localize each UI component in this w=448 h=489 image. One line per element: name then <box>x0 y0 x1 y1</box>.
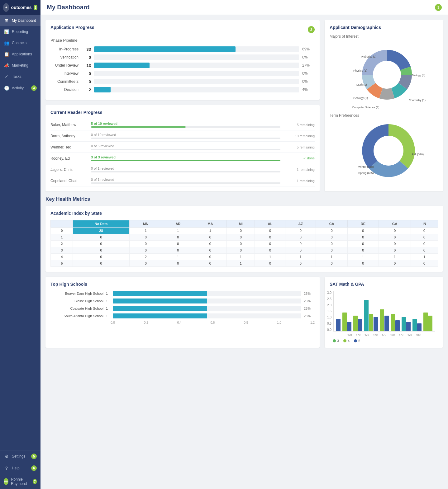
table-cell: 1 <box>162 254 194 260</box>
sidebar-item-user[interactable]: RR Ronnie Raymond 7 <box>0 474 41 489</box>
table-cell: 0 <box>255 234 285 241</box>
pipeline-row: Interview 0 0% <box>50 71 315 76</box>
table-cell: 0 <box>285 228 316 234</box>
sat-bar-group <box>336 319 341 331</box>
table-cell-index: 3 <box>51 247 73 254</box>
table-cell: 0 <box>411 234 438 241</box>
table-cell: 1 <box>379 254 411 260</box>
table-cell: 0 <box>129 241 162 247</box>
sat-bar-group <box>380 309 389 331</box>
table-cell: 0 <box>316 228 348 234</box>
table-row: 100000000000 <box>51 234 438 241</box>
sidebar-label-settings: Settings <box>12 454 25 458</box>
pipeline-bar-wrap <box>94 71 299 76</box>
app-progress-badge: 2 <box>308 26 315 33</box>
sidebar-item-activity[interactable]: 🕐 Activity 4 <box>0 82 41 94</box>
table-cell: 0 <box>411 241 438 247</box>
pipeline-row: Decision 2 4% <box>50 87 315 92</box>
pipeline-bar <box>94 63 150 68</box>
sat-bar-element <box>380 309 384 331</box>
health-metrics-section: Key Health Metrics Academic Index by Sta… <box>45 196 443 348</box>
school-row: Coalgate High School 1 25% <box>50 306 315 311</box>
school-name: Blaine High School <box>50 299 103 303</box>
sidebar-logo: ✦ outcomes 1 <box>0 0 41 15</box>
sat-bars <box>333 291 435 331</box>
table-header-ma: MA <box>194 220 226 228</box>
sidebar-label-applications: Applications <box>12 52 32 56</box>
app-progress-column: Application Progress 2 Phase Pipeline In… <box>45 20 320 191</box>
table-cell: 0 <box>194 234 226 241</box>
reader-row: Jagers, Chris 0 of 1 reviewed 1 remainin… <box>50 164 315 175</box>
reader-bar <box>91 126 186 128</box>
sidebar-item-marketing[interactable]: 📣 Marketing <box>0 60 41 71</box>
school-bar-wrap <box>113 313 301 318</box>
table-cell: 0 <box>129 260 162 267</box>
sat-bar-element <box>428 316 432 331</box>
sat-bar-element <box>336 319 341 331</box>
sidebar-item-tasks[interactable]: ✓ Tasks <box>0 71 41 82</box>
legend-label-3: 3 <box>337 339 339 343</box>
sidebar-item-reporting[interactable]: 📊 Reporting <box>0 26 41 37</box>
sidebar-label-reporting: Reporting <box>12 30 28 34</box>
sidebar-bottom: ⚙ Settings 5 ? Help 6 RR Ronnie Raymond … <box>0 450 41 489</box>
pipeline-pct: 69% <box>302 47 315 51</box>
table-header-az: AZ <box>285 220 316 228</box>
pipeline-rows: In-Progress 33 69% Verification 0 0% Und… <box>50 46 315 92</box>
school-row: Beaver Dam High School 1 25% <box>50 291 315 296</box>
table-cell: 0 <box>379 247 411 254</box>
legend-item-5: 5 <box>354 339 360 343</box>
header-edit-badge[interactable]: 3 <box>435 4 442 11</box>
reader-status: 5 remaining <box>284 145 315 149</box>
table-header-mn: MN <box>129 220 162 228</box>
health-metrics-title: Key Health Metrics <box>45 196 443 202</box>
majors-donut: Robotics (1) Physics (1) Math (1) Geolog… <box>330 40 438 109</box>
reader-name: Baker, Matthew <box>50 123 88 127</box>
page-title: My Dashboard <box>47 4 90 11</box>
school-count: 1 <box>106 314 111 318</box>
table-cell: 0 <box>194 254 226 260</box>
sidebar-item-help[interactable]: ? Help 6 <box>0 462 41 474</box>
sidebar-item-applications[interactable]: 📋 Applications <box>0 49 41 60</box>
pipeline-count: 13 <box>82 63 91 68</box>
demographics-title: Applicant Demographics <box>330 25 438 30</box>
reader-row: Wehner, Ted 0 of 5 reviewed 5 remaining <box>50 142 315 153</box>
sat-bar-group <box>391 314 400 331</box>
table-cell: 0 <box>347 241 379 247</box>
pipeline-label: In-Progress <box>50 47 79 51</box>
sidebar-item-settings[interactable]: ⚙ Settings 5 <box>0 450 41 462</box>
reader-bar-wrap <box>91 182 280 184</box>
sidebar-item-dashboard[interactable]: ⊞ My Dashboard <box>0 15 41 26</box>
sidebar-label-activity: Activity <box>12 86 24 90</box>
svg-point-0 <box>373 61 401 89</box>
main-content: My Dashboard 3 Application Progress 2 Ph… <box>41 0 448 489</box>
school-rows: Beaver Dam High School 1 25% Blaine High… <box>50 291 315 318</box>
sidebar-item-contacts[interactable]: 👥 Contacts <box>0 37 41 49</box>
sat-bar-element <box>423 313 428 331</box>
sat-bar-element <box>384 316 389 331</box>
sat-gpa-title: SAT Math & GPA <box>330 282 438 287</box>
sat-chart: 3.02.52.01.51.00.50.0 <70<70<70<70<70<70… <box>330 291 438 343</box>
table-header-ga: GA <box>379 220 411 228</box>
table-cell: 0 <box>73 241 129 247</box>
bottom-section: Top High Schools Beaver Dam High School … <box>45 277 443 348</box>
reader-reviewed-text: 0 of 5 reviewed <box>91 144 280 148</box>
school-bar-wrap <box>113 299 301 303</box>
svg-text:Spring (625): Spring (625) <box>358 172 374 175</box>
reader-progress-area: 0 of 1 reviewed <box>91 167 280 172</box>
activity-badge: 4 <box>31 85 37 91</box>
sat-bar-element <box>417 323 422 331</box>
reader-bar-wrap <box>91 149 280 150</box>
table-cell: 0 <box>162 247 194 254</box>
table-cell: 0 <box>73 260 129 267</box>
svg-text:Robotics (1): Robotics (1) <box>361 55 377 58</box>
phase-pipeline-subtitle: Phase Pipeline <box>50 38 315 43</box>
school-count: 1 <box>106 292 111 295</box>
reader-name: Copeland, Chad <box>50 179 88 183</box>
table-row: 200000000000 <box>51 241 438 247</box>
sidebar: ✦ outcomes 1 ⊞ My Dashboard 📊 Reporting … <box>0 0 41 489</box>
table-cell: 0 <box>194 247 226 254</box>
table-row: 500001000000 <box>51 260 438 267</box>
reader-progress-area: 5 of 10 reviewed <box>91 122 280 128</box>
legend-label-4: 4 <box>348 339 350 343</box>
svg-text:Chemistry (1): Chemistry (1) <box>409 99 426 102</box>
